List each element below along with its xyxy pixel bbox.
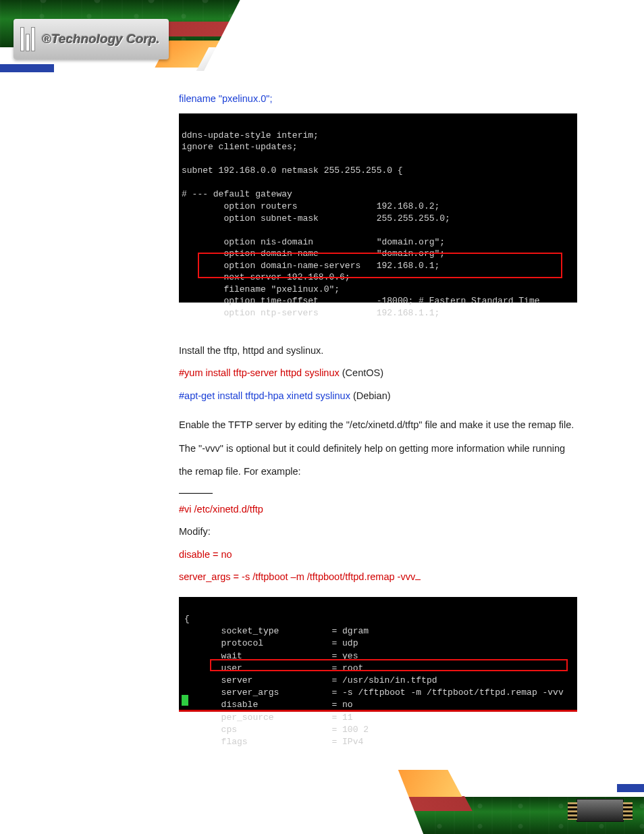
- terminal-cursor-icon: [182, 695, 188, 706]
- term2-r9a: cps: [184, 725, 237, 735]
- term1-l4: # --- default gateway: [182, 189, 292, 199]
- term1-l8a: option domain-name: [182, 249, 319, 259]
- term1-l7a: option nis-domain: [182, 237, 313, 247]
- apt-command-line: #apt-get install tftpd-hpa xinetd syslin…: [179, 388, 576, 404]
- term2-r4b: = root: [331, 663, 363, 673]
- term1-l2: ignore client-updates;: [182, 142, 298, 152]
- term2-r2a: protocol: [184, 638, 263, 648]
- term1-l7b: "domain.org";: [377, 237, 445, 247]
- term2-r7b: = no: [331, 700, 352, 710]
- footer-banner: [0, 746, 644, 834]
- config-line-filename: filename "pxelinux.0";: [179, 91, 576, 107]
- term1-l6a: option subnet-mask: [182, 213, 319, 224]
- yum-note: (CentOS): [340, 367, 383, 378]
- apt-note: (Debian): [350, 390, 391, 401]
- term1-l13b: 192.168.1.1;: [377, 308, 440, 318]
- footer-white-patch: [0, 746, 432, 834]
- header-banner: ®Technology Corp.: [0, 0, 644, 81]
- term2-r4a: user: [184, 663, 242, 673]
- term1-l6b: 255.255.255.0;: [377, 213, 450, 224]
- install-instruction: Install the tftp, httpd and syslinux.: [179, 343, 576, 359]
- term1-l13a: option ntp-servers: [182, 308, 319, 318]
- config-disable: disable = no: [179, 547, 576, 563]
- term2-r7a: disable: [184, 700, 258, 710]
- term2-r6b: = -s /tftpboot -m /tftpboot/tftpd.remap …: [331, 687, 563, 698]
- logo-mark-icon: [20, 27, 35, 51]
- brand-name: ®Technology Corp.: [42, 32, 160, 47]
- term2-r3b: = yes: [331, 651, 358, 661]
- brand-logo: ®Technology Corp.: [14, 19, 169, 59]
- yum-command: #yum install tftp-server httpd syslinux: [179, 367, 340, 378]
- term2-r9b: = 100 2: [331, 725, 369, 735]
- term2-r1b: = dgram: [331, 626, 369, 636]
- term2-r10a: flags: [184, 737, 248, 747]
- term2-r6a: server_args: [184, 687, 279, 698]
- term1-l5a: option routers: [182, 201, 298, 211]
- apt-command: #apt-get install tftpd-hpa xinetd syslin…: [179, 390, 350, 401]
- page-content: filename "pxelinux.0"; ddns-update-style…: [179, 91, 576, 712]
- chip-icon: [576, 799, 624, 822]
- term1-l3: subnet 192.168.0.0 netmask 255.255.255.0…: [182, 165, 403, 176]
- dhcpd-config-screenshot: ddns-update-style interim; ignore client…: [179, 113, 577, 303]
- term2-r1a: socket_type: [184, 626, 279, 636]
- term2-r10b: = IPv4: [331, 737, 363, 747]
- term2-r5a: server: [184, 675, 252, 685]
- term1-l9b: 192.168.0.1;: [377, 261, 440, 271]
- term1-l12b: -18000; # Eastern Standard Time: [377, 296, 540, 306]
- term2-r8a: per_source: [184, 712, 274, 723]
- term1-l11: filename "pxelinux.0";: [182, 284, 340, 294]
- term1-l12a: option time-offset: [182, 296, 319, 306]
- config-server-args: server_args = -s /tftpboot –m /tftpboot/…: [179, 569, 576, 585]
- header-blue-accent: [0, 64, 54, 72]
- xinetd-tftp-screenshot: { socket_type = dgram protocol = udp wai…: [179, 597, 577, 712]
- term1-l10: next-server 192.168.0.6;: [182, 272, 350, 282]
- term1-l5b: 192.168.0.2;: [377, 201, 440, 211]
- modify-label: Modify:: [179, 524, 576, 540]
- enable-tftp-instruction: Enable the TFTP server by editing the "/…: [179, 413, 576, 484]
- divider: [179, 493, 213, 494]
- term1-l9a: option domain-name-servers: [182, 261, 360, 271]
- footer-blue-accent: [617, 784, 644, 792]
- term1-l8b: "domain.org";: [377, 249, 445, 259]
- vi-command: #vi /etc/xinetd.d/tftp: [179, 502, 576, 517]
- term2-r5b: = /usr/sbin/in.tftpd: [331, 675, 437, 685]
- term2-r8b: = 11: [331, 712, 352, 723]
- highlight-box-2: [210, 659, 568, 671]
- header-white-patch: [185, 0, 644, 81]
- term2-r3a: wait: [184, 651, 242, 661]
- term1-l1: ddns-update-style interim;: [182, 130, 319, 140]
- yum-command-line: #yum install tftp-server httpd syslinux …: [179, 365, 576, 381]
- term2-r2b: = udp: [331, 638, 358, 648]
